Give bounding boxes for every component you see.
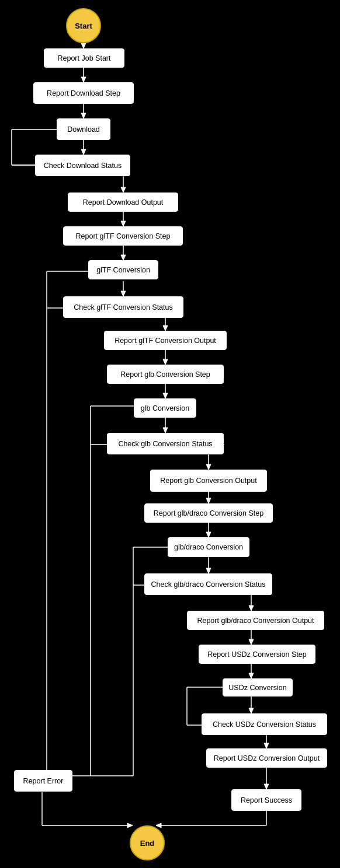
- report-gltf-conversion-step-node: Report glTF Conversion Step: [63, 226, 183, 246]
- gltf-conversion-node: glTF Conversion: [88, 260, 158, 279]
- svg-marker-66: [156, 823, 161, 828]
- report-download-step-node: Report Download Step: [33, 82, 134, 104]
- svg-marker-34: [206, 464, 211, 470]
- svg-marker-1: [81, 43, 86, 48]
- svg-marker-51: [249, 639, 254, 645]
- svg-marker-58: [264, 743, 269, 748]
- report-glb-draco-conversion-output-node: Report glb/draco Conversion Output: [187, 611, 324, 630]
- check-glb-draco-conversion-status-node: Check glb/draco Conversion Status: [144, 573, 272, 595]
- check-usdz-conversion-status-node: Check USDz Conversion Status: [202, 713, 327, 735]
- end-node: End: [130, 825, 165, 860]
- glb-conversion-node: glb Conversion: [134, 398, 196, 418]
- svg-marker-29: [163, 393, 168, 398]
- report-gltf-conversion-output-node: Report glTF Conversion Output: [104, 331, 227, 350]
- report-glb-conversion-output-node: Report glb Conversion Output: [150, 470, 267, 492]
- glb-draco-conversion-node: glb/draco Conversion: [168, 537, 249, 557]
- report-success-node: Report Success: [231, 789, 301, 811]
- flowchart-diagram: Start Report Job Start Report Download S…: [0, 0, 340, 868]
- report-error-node: Report Error: [14, 770, 72, 792]
- report-job-start-node: Report Job Start: [44, 48, 124, 68]
- svg-marker-5: [81, 113, 86, 118]
- svg-marker-27: [163, 359, 168, 365]
- start-node: Start: [66, 8, 101, 43]
- svg-marker-39: [206, 498, 211, 503]
- svg-marker-17: [121, 255, 126, 260]
- svg-marker-31: [163, 428, 168, 433]
- check-glb-conversion-status-node: Check glb Conversion Status: [107, 433, 224, 454]
- svg-marker-15: [121, 221, 126, 226]
- svg-marker-63: [264, 784, 269, 789]
- svg-marker-3: [81, 77, 86, 82]
- svg-marker-22: [163, 326, 168, 331]
- report-glb-draco-conversion-step-node: Report glb/draco Conversion Step: [144, 503, 273, 523]
- report-usdz-conversion-step-node: Report USDz Conversion Step: [199, 645, 315, 664]
- svg-marker-69: [127, 823, 133, 828]
- svg-marker-46: [249, 606, 254, 611]
- svg-marker-43: [206, 568, 211, 573]
- report-usdz-conversion-output-node: Report USDz Conversion Output: [206, 748, 327, 768]
- svg-marker-19: [121, 291, 126, 296]
- svg-marker-41: [206, 532, 211, 537]
- usdz-conversion-node: USDz Conversion: [223, 678, 293, 696]
- check-gltf-conversion-status-node: Check glTF Conversion Status: [63, 296, 183, 318]
- svg-marker-7: [81, 149, 86, 155]
- svg-marker-55: [249, 708, 254, 713]
- check-download-status-node: Check Download Status: [35, 155, 130, 176]
- report-glb-conversion-step-node: Report glb Conversion Step: [107, 365, 224, 384]
- svg-marker-10: [121, 187, 126, 192]
- report-download-output-node: Report Download Output: [68, 192, 178, 212]
- svg-marker-53: [249, 673, 254, 678]
- download-node: Download: [57, 118, 110, 140]
